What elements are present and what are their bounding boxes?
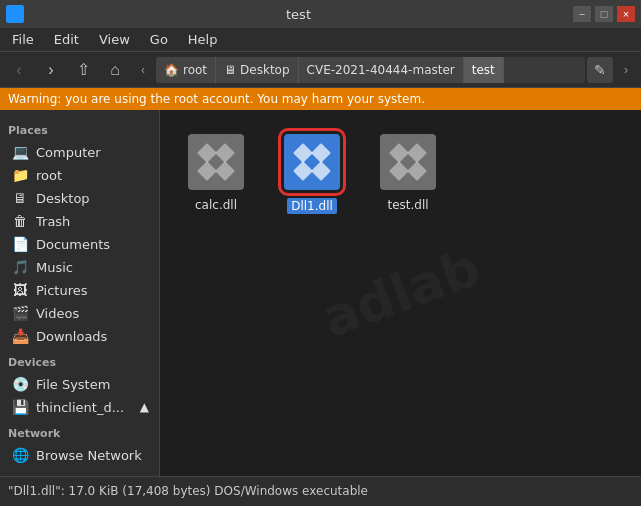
- titlebar: test − □ ×: [0, 0, 641, 28]
- status-text: "Dll1.dll": 17.0 KiB (17,408 bytes) DOS/…: [8, 484, 368, 498]
- sidebar-filesystem-label: File System: [36, 377, 110, 392]
- sidebar: Places 💻 Computer 📁 root 🖥 Desktop 🗑 Tra…: [0, 110, 160, 476]
- menu-item-view[interactable]: View: [91, 30, 138, 49]
- bc-desktop-label: Desktop: [240, 63, 290, 77]
- bc-desktop[interactable]: 🖥 Desktop: [216, 57, 299, 83]
- warning-text: Warning: you are using the root account.…: [8, 92, 425, 106]
- devices-section-title: Devices: [0, 348, 159, 372]
- file-content-area: adlab calc.dll: [160, 110, 641, 476]
- sidebar-thinclient-label: thinclient_d...: [36, 400, 124, 415]
- main-layout: Places 💻 Computer 📁 root 🖥 Desktop 🗑 Tra…: [0, 110, 641, 476]
- sidebar-item-trash[interactable]: 🗑 Trash: [2, 210, 157, 232]
- home-button[interactable]: ⌂: [100, 56, 130, 84]
- sidebar-root-label: root: [36, 168, 62, 183]
- diamond-cell: [311, 143, 331, 163]
- edit-path-button[interactable]: ✎: [587, 57, 613, 83]
- sidebar-trash-label: Trash: [36, 214, 70, 229]
- up-button[interactable]: ⇧: [68, 56, 98, 84]
- sidebar-item-browse-network[interactable]: 🌐 Browse Network: [2, 444, 157, 466]
- documents-icon: 📄: [10, 236, 30, 252]
- bc-cve[interactable]: CVE-2021-40444-master: [299, 57, 464, 83]
- sidebar-item-documents[interactable]: 📄 Documents: [2, 233, 157, 255]
- dll-diamond-pattern: [192, 138, 240, 186]
- diamond-cell: [407, 143, 427, 163]
- pictures-icon: 🖼: [10, 282, 30, 298]
- forward-button[interactable]: ›: [36, 56, 66, 84]
- calcdll-icon-wrapper: [184, 130, 248, 194]
- statusbar: "Dll1.dll": 17.0 KiB (17,408 bytes) DOS/…: [0, 476, 641, 504]
- sidebar-documents-label: Documents: [36, 237, 110, 252]
- diamond-cell: [197, 161, 217, 181]
- bc-desktop-icon: 🖥: [224, 63, 236, 77]
- toolbar: ‹ › ⇧ ⌂ ‹ 🏠 root 🖥 Desktop CVE-2021-4044…: [0, 52, 641, 88]
- videos-icon: 🎬: [10, 305, 30, 321]
- breadcrumb: 🏠 root 🖥 Desktop CVE-2021-40444-master t…: [156, 57, 585, 83]
- menu-item-file[interactable]: File: [4, 30, 42, 49]
- dll1-diamond-pattern: [288, 138, 336, 186]
- menu-item-go[interactable]: Go: [142, 30, 176, 49]
- bc-nav-left[interactable]: ‹: [132, 56, 154, 84]
- maximize-button[interactable]: □: [595, 6, 613, 22]
- menu-item-edit[interactable]: Edit: [46, 30, 87, 49]
- app-icon: [6, 5, 24, 23]
- bc-root-icon: 🏠: [164, 63, 179, 77]
- sidebar-item-pictures[interactable]: 🖼 Pictures: [2, 279, 157, 301]
- sidebar-downloads-label: Downloads: [36, 329, 107, 344]
- bc-test-label: test: [472, 63, 495, 77]
- computer-icon: 💻: [10, 144, 30, 160]
- testdll-icon-wrapper: [376, 130, 440, 194]
- testdll-diamond-pattern: [384, 138, 432, 186]
- calcdll-icon: [188, 134, 244, 190]
- root-folder-icon: 📁: [10, 167, 30, 183]
- eject-icon[interactable]: ▲: [140, 400, 149, 414]
- bc-root[interactable]: 🏠 root: [156, 57, 216, 83]
- close-button[interactable]: ×: [617, 6, 635, 22]
- network-section-title: Network: [0, 419, 159, 443]
- testdll-icon: [380, 134, 436, 190]
- sidebar-item-computer[interactable]: 💻 Computer: [2, 141, 157, 163]
- music-icon: 🎵: [10, 259, 30, 275]
- diamond-cell: [389, 161, 409, 181]
- sidebar-item-downloads[interactable]: 📥 Downloads: [2, 325, 157, 347]
- sidebar-item-thinclient[interactable]: 💾 thinclient_d... ▲: [2, 396, 157, 418]
- drive-icon: 💾: [10, 399, 30, 415]
- file-item-testdll[interactable]: test.dll: [368, 126, 448, 218]
- network-icon: 🌐: [10, 447, 30, 463]
- warning-bar: Warning: you are using the root account.…: [0, 88, 641, 110]
- diamond-cell: [389, 143, 409, 163]
- diamond-cell: [407, 161, 427, 181]
- sidebar-computer-label: Computer: [36, 145, 101, 160]
- diamond-cell: [215, 161, 235, 181]
- diamond-cell: [197, 143, 217, 163]
- sidebar-item-filesystem[interactable]: 💿 File System: [2, 373, 157, 395]
- sidebar-item-music[interactable]: 🎵 Music: [2, 256, 157, 278]
- bc-test[interactable]: test: [464, 57, 504, 83]
- sidebar-pictures-label: Pictures: [36, 283, 87, 298]
- testdll-label: test.dll: [387, 198, 428, 212]
- diamond-cell: [215, 143, 235, 163]
- trash-icon: 🗑: [10, 213, 30, 229]
- file-item-dll1[interactable]: Dll1.dll: [272, 126, 352, 218]
- sidebar-videos-label: Videos: [36, 306, 79, 321]
- back-button[interactable]: ‹: [4, 56, 34, 84]
- diamond-cell: [293, 161, 313, 181]
- file-item-calcdll[interactable]: calc.dll: [176, 126, 256, 218]
- downloads-icon: 📥: [10, 328, 30, 344]
- sidebar-desktop-label: Desktop: [36, 191, 90, 206]
- bc-nav-right[interactable]: ›: [615, 56, 637, 84]
- diamond-cell: [293, 143, 313, 163]
- window-title: test: [24, 7, 573, 22]
- places-section-title: Places: [0, 116, 159, 140]
- sidebar-item-root[interactable]: 📁 root: [2, 164, 157, 186]
- menubar: FileEditViewGoHelp: [0, 28, 641, 52]
- watermark: adlab: [314, 237, 487, 349]
- window-controls: − □ ×: [573, 6, 635, 22]
- sidebar-item-desktop[interactable]: 🖥 Desktop: [2, 187, 157, 209]
- sidebar-item-videos[interactable]: 🎬 Videos: [2, 302, 157, 324]
- desktop-icon: 🖥: [10, 190, 30, 206]
- menu-item-help[interactable]: Help: [180, 30, 226, 49]
- dll1-label: Dll1.dll: [287, 198, 337, 214]
- minimize-button[interactable]: −: [573, 6, 591, 22]
- filesystem-icon: 💿: [10, 376, 30, 392]
- bc-root-label: root: [183, 63, 207, 77]
